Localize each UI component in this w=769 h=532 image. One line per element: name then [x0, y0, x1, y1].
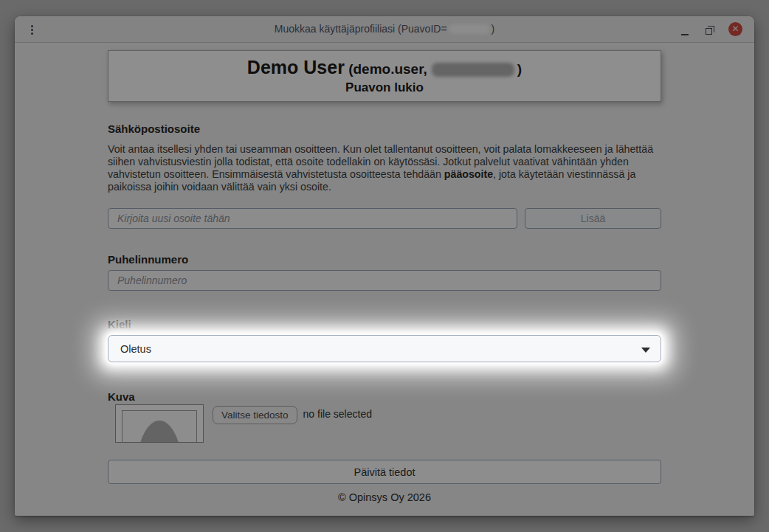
language-selected-option: Oletus: [120, 343, 151, 355]
redacted-puavo-id: [449, 24, 490, 34]
language-section: Kieli Oletus: [108, 318, 661, 362]
email-section: Sähköpostiosoite Voit antaa itsellesi yh…: [108, 122, 661, 229]
window-title-prefix: Muokkaa käyttäjäprofiiliasi (PuavoID=: [275, 23, 447, 35]
window-title-suffix: ): [492, 23, 495, 35]
window-titlebar: Muokkaa käyttäjäprofiiliasi (PuavoID=) ✕: [15, 16, 754, 43]
image-section: Kuva Valitse tiedosto no file selected: [108, 390, 661, 443]
restore-icon: [706, 28, 712, 35]
chevron-down-icon: [641, 348, 650, 353]
redacted-user-id: [432, 63, 514, 77]
file-selected-status: no file selected: [303, 408, 372, 420]
app-window: Muokkaa käyttäjäprofiiliasi (PuavoID=) ✕…: [15, 16, 754, 516]
user-name-line: Demo User (demo.user,): [108, 56, 661, 79]
minimize-button[interactable]: [677, 22, 692, 37]
user-account-suffix: ): [517, 61, 522, 77]
user-display-name: Demo User: [247, 57, 345, 77]
email-input-row: Lisää: [108, 208, 661, 229]
new-email-input[interactable]: [108, 208, 517, 229]
close-icon: ✕: [731, 22, 739, 36]
language-select[interactable]: Oletus: [108, 335, 661, 362]
language-section-heading: Kieli: [108, 318, 661, 331]
language-select-highlight: Oletus: [108, 335, 661, 362]
choose-file-button[interactable]: Valitse tiedosto: [213, 406, 297, 424]
desktop-background: Muokkaa käyttäjäprofiiliasi (PuavoID=) ✕…: [0, 0, 769, 532]
phone-section: Puhelinnumero: [108, 253, 661, 291]
restore-button[interactable]: [701, 22, 716, 37]
avatar-preview: [115, 404, 204, 443]
image-upload-row: Valitse tiedosto no file selected: [108, 404, 661, 443]
update-profile-button[interactable]: Päivitä tiedot: [108, 460, 661, 484]
kebab-menu-icon[interactable]: [24, 21, 40, 38]
phone-number-input[interactable]: [108, 270, 661, 291]
email-section-description: Voit antaa itsellesi yhden tai useamman …: [108, 143, 661, 193]
avatar-placeholder-icon: [122, 410, 197, 443]
phone-section-heading: Puhelinnumero: [108, 253, 661, 266]
user-school: Puavon lukio: [108, 79, 661, 97]
close-button[interactable]: ✕: [728, 22, 742, 36]
primary-address-term: pääosoite: [444, 168, 493, 180]
image-section-heading: Kuva: [108, 390, 661, 403]
window-title: Muokkaa käyttäjäprofiiliasi (PuavoID=): [15, 23, 754, 35]
email-section-heading: Sähköpostiosoite: [108, 122, 661, 135]
add-email-button[interactable]: Lisää: [525, 208, 661, 229]
user-account: (demo.user,: [348, 61, 427, 77]
user-header-card: Demo User (demo.user,) Puavon lukio: [108, 50, 661, 102]
minimize-icon: [681, 34, 689, 35]
copyright-footer: © Opinsys Oy 2026: [108, 491, 661, 503]
profile-form: Demo User (demo.user,) Puavon lukio Sähk…: [108, 50, 661, 503]
